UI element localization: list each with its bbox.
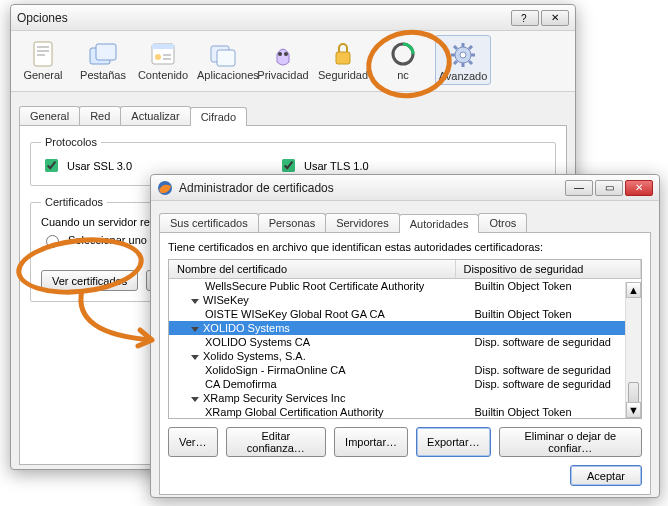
certmgr-titlebar[interactable]: Administrador de certificados — ▭ ✕	[151, 175, 659, 201]
minimize-button[interactable]: —	[565, 180, 593, 196]
tls-checkbox[interactable]: Usar TLS 1.0	[278, 156, 369, 175]
expand-icon[interactable]	[191, 397, 199, 402]
cert-listview[interactable]: Nombre del certificado Dispositivo de se…	[168, 259, 642, 419]
svg-rect-2	[37, 46, 49, 48]
options-titlebar[interactable]: Opciones ? ✕	[11, 5, 575, 31]
cert-item-row[interactable]: XolidoSign - FirmaOnline CADisp. softwar…	[169, 363, 641, 377]
toolbar-avanzado[interactable]: Avanzado	[435, 35, 491, 85]
scroll-up-button[interactable]: ▲	[626, 282, 641, 298]
cert-device-cell	[461, 321, 641, 335]
exportar-button[interactable]: Exportar…	[416, 427, 491, 457]
toolbar-privacidad[interactable]: Privacidad	[255, 35, 311, 85]
cert-item-row[interactable]: CA DemofirmaDisp. software de seguridad	[169, 377, 641, 391]
cert-item-row[interactable]: WellsSecure Public Root Certificate Auth…	[169, 279, 641, 293]
tab-personas[interactable]: Personas	[258, 213, 326, 232]
expand-icon[interactable]	[191, 327, 199, 332]
toolbar-pestanas[interactable]: Pestañas	[75, 35, 131, 85]
svg-line-24	[454, 46, 457, 49]
tls-checkbox-input[interactable]	[282, 159, 295, 172]
col-device[interactable]: Dispositivo de seguridad	[456, 260, 641, 278]
cert-name-cell: XOLIDO Systems CA	[169, 335, 467, 349]
cert-group-row[interactable]: WISeKey	[169, 293, 641, 307]
tab-actualizar[interactable]: Actualizar	[120, 106, 190, 125]
gear-icon	[438, 40, 488, 70]
cert-item-row[interactable]: OISTE WISeKey Global Root GA CABuiltin O…	[169, 307, 641, 321]
cert-device-cell	[461, 391, 641, 405]
svg-point-14	[278, 52, 282, 56]
toolbar-privacidad-label: Privacidad	[257, 69, 309, 81]
certificados-legend: Certificados	[41, 196, 107, 208]
importar-button[interactable]: Importar…	[334, 427, 408, 457]
scroll-down-button[interactable]: ▼	[626, 402, 641, 418]
toolbar-avanzado-label: Avanzado	[438, 70, 488, 82]
scrollbar[interactable]: ▲ ▼	[625, 282, 641, 418]
cert-device-cell: Disp. software de seguridad	[467, 335, 641, 349]
cert-item-row[interactable]: XOLIDO Systems CADisp. software de segur…	[169, 335, 641, 349]
tab-red[interactable]: Red	[79, 106, 121, 125]
tab-servidores[interactable]: Servidores	[325, 213, 400, 232]
listview-body[interactable]: WellsSecure Public Root Certificate Auth…	[169, 279, 641, 419]
svg-line-27	[454, 61, 457, 64]
col-name[interactable]: Nombre del certificado	[169, 260, 456, 278]
cert-group-row[interactable]: XRamp Security Services Inc	[169, 391, 641, 405]
cert-device-cell: Disp. software de seguridad	[467, 377, 641, 391]
help-button[interactable]: ?	[511, 10, 539, 26]
toolbar-aplicaciones[interactable]: Aplicaciones	[195, 35, 251, 85]
certmgr-tabs: Sus certificados Personas Servidores Aut…	[159, 213, 651, 232]
tab-general[interactable]: General	[19, 106, 80, 125]
advanced-tabs: General Red Actualizar Cifrado	[19, 106, 567, 125]
cert-name-cell: XOLIDO Systems	[169, 321, 461, 335]
svg-rect-4	[37, 54, 45, 56]
ssl-checkbox[interactable]: Usar SSL 3.0	[41, 156, 132, 175]
toolbar-seguridad[interactable]: Seguridad	[315, 35, 371, 85]
tab-autoridades[interactable]: Autoridades	[399, 214, 480, 233]
tab-cifrado[interactable]: Cifrado	[190, 107, 247, 126]
svg-line-25	[469, 61, 472, 64]
listview-header[interactable]: Nombre del certificado Dispositivo de se…	[169, 260, 641, 279]
tls-label: Usar TLS 1.0	[304, 160, 369, 172]
svg-rect-13	[217, 50, 235, 66]
options-title: Opciones	[17, 11, 511, 25]
expand-icon[interactable]	[191, 355, 199, 360]
svg-point-9	[155, 54, 161, 60]
cert-device-cell	[461, 349, 641, 363]
svg-rect-8	[152, 44, 174, 49]
toolbar-contenido[interactable]: Contenido	[135, 35, 191, 85]
close-button[interactable]: ✕	[541, 10, 569, 26]
svg-rect-16	[336, 52, 350, 64]
toolbar-contenido-label: Contenido	[137, 69, 189, 81]
firefox-icon	[157, 180, 173, 196]
cert-name-cell: Xolido Systems, S.A.	[169, 349, 461, 363]
close-button[interactable]: ✕	[625, 180, 653, 196]
cert-device-cell: Builtin Object Token	[467, 405, 641, 419]
cert-device-cell: Builtin Object Token	[467, 279, 641, 293]
svg-text:?: ?	[521, 13, 527, 23]
toolbar-sync-label: nc	[377, 69, 429, 81]
toolbar-aplicaciones-label: Aplicaciones	[197, 69, 249, 81]
auto-select-radio-input[interactable]	[46, 235, 59, 248]
svg-point-19	[460, 52, 466, 58]
editar-confianza-button[interactable]: Editar confianza…	[226, 427, 327, 457]
tab-sus-certificados[interactable]: Sus certificados	[159, 213, 259, 232]
expand-icon[interactable]	[191, 299, 199, 304]
options-toolbar: General Pestañas Contenido Aplicaciones …	[11, 31, 575, 92]
cert-name-cell: WellsSecure Public Root Certificate Auth…	[169, 279, 467, 293]
certmgr-title: Administrador de certificados	[179, 181, 565, 195]
privacy-icon	[257, 39, 309, 69]
ver-button[interactable]: Ver…	[168, 427, 218, 457]
certmgr-intro: Tiene certificados en archivo que identi…	[168, 241, 642, 253]
cert-item-row[interactable]: XRamp Global Certification AuthorityBuil…	[169, 405, 641, 419]
eliminar-button[interactable]: Eliminar o dejar de confiar…	[499, 427, 642, 457]
svg-point-15	[284, 52, 288, 56]
cert-group-row[interactable]: XOLIDO Systems	[169, 321, 641, 335]
ver-certificados-button[interactable]: Ver certificados	[41, 270, 138, 291]
aceptar-button[interactable]: Aceptar	[570, 465, 642, 486]
ssl-checkbox-input[interactable]	[45, 159, 58, 172]
toolbar-general[interactable]: General	[15, 35, 71, 85]
tab-otros[interactable]: Otros	[478, 213, 527, 232]
toolbar-sync[interactable]: nc	[375, 35, 431, 85]
certmgr-window: Administrador de certificados — ▭ ✕ Sus …	[150, 174, 660, 498]
cert-group-row[interactable]: Xolido Systems, S.A.	[169, 349, 641, 363]
maximize-button[interactable]: ▭	[595, 180, 623, 196]
cert-device-cell: Builtin Object Token	[467, 307, 641, 321]
